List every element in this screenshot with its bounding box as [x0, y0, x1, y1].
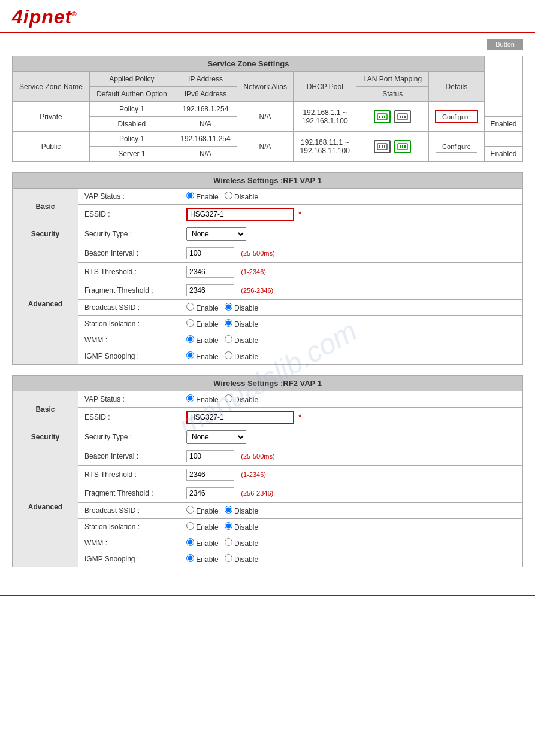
public-ip: 192.168.11.254 [174, 132, 237, 147]
rf1-broadcast-disable-label[interactable]: Disable [225, 304, 258, 312]
public-configure[interactable]: Configure [428, 132, 484, 162]
svg-rect-14 [402, 145, 403, 148]
rf1-rts-field: (1-2346) [180, 263, 523, 281]
rf1-broadcast-disable-radio[interactable] [225, 303, 232, 311]
rf1-broadcast-enable-label[interactable]: Enable [186, 304, 220, 312]
rf2-igmp-field: Enable Disable [180, 551, 523, 567]
private-ipv6: N/A [174, 117, 237, 132]
rf2-fragment-input[interactable] [186, 487, 234, 499]
rf1-essid-input[interactable] [186, 208, 294, 221]
rf1-igmp-disable-radio[interactable] [225, 351, 232, 359]
rf2-rts-input[interactable] [186, 469, 234, 481]
rf1-vap-disable-radio-label[interactable]: Disable [225, 193, 258, 201]
rf1-fragment-field: (256-2346) [180, 281, 523, 300]
rf2-wmm-enable-label[interactable]: Enable [186, 539, 220, 548]
rf1-security-type-label: Security Type : [78, 224, 180, 244]
rf2-vap-enable-radio[interactable] [186, 394, 194, 402]
rf1-beacon-label: Beacon Interval : [78, 244, 180, 263]
svg-rect-11 [384, 145, 385, 148]
rf1-wmm-enable-radio[interactable] [186, 335, 194, 343]
rf1-rts-input[interactable] [186, 266, 234, 278]
public-alias: N/A [237, 132, 294, 162]
private-dhcp: 192.168.1.1 ~ 192.168.1.100 [294, 102, 356, 132]
rf2-broadcast-ssid-label: Broadcast SSID : [78, 503, 180, 519]
rf2-broadcast-enable-radio[interactable] [186, 506, 194, 514]
rf1-igmp-label: IGMP Snooping : [78, 348, 180, 365]
rf1-security-type-select[interactable]: None [186, 227, 246, 241]
rf1-station-enable-label[interactable]: Enable [186, 320, 220, 329]
rf1-security-type-field: None [180, 224, 523, 244]
rf1-igmp-enable-label[interactable]: Enable [186, 353, 220, 361]
rf1-vap-disable-radio[interactable] [225, 192, 232, 199]
rf2-vap-disable-radio[interactable] [225, 394, 232, 402]
private-configure-button[interactable]: Configure [435, 110, 478, 123]
logo-registered: ® [72, 11, 77, 17]
svg-rect-2 [382, 116, 383, 118]
private-alias: N/A [237, 102, 294, 132]
rf1-essid-star: * [298, 210, 301, 218]
rf1-station-disable-radio[interactable] [225, 319, 232, 327]
rf2-rts-label: RTS Threshold : [78, 466, 180, 484]
rf2-broadcast-disable-radio[interactable] [225, 506, 232, 514]
rf2-station-enable-label[interactable]: Enable [186, 523, 220, 532]
rf2-station-disable-label[interactable]: Disable [225, 523, 258, 532]
rf2-security-type-field: None [180, 427, 523, 447]
rf2-security-type-select[interactable]: None [186, 430, 246, 444]
service-zone-title: Service Zone Settings [13, 56, 485, 72]
public-port-icons [356, 132, 429, 162]
svg-rect-5 [400, 116, 401, 118]
rf1-vap-enable-radio[interactable] [186, 192, 194, 199]
rf1-title: Wireless Settings :RF1 VAP 1 [13, 173, 523, 189]
rf1-igmp-disable-label[interactable]: Disable [225, 353, 258, 361]
rf2-station-enable-radio[interactable] [186, 522, 194, 530]
rf2-broadcast-enable-label[interactable]: Enable [186, 507, 220, 515]
rf1-broadcast-enable-radio[interactable] [186, 303, 194, 311]
rf2-igmp-enable-label[interactable]: Enable [186, 555, 220, 564]
rf1-wmm-enable-label[interactable]: Enable [186, 336, 220, 345]
svg-rect-15 [404, 145, 406, 148]
public-ipv6: N/A [174, 147, 237, 162]
rf1-igmp-enable-radio[interactable] [186, 351, 194, 359]
rf2-beacon-field: (25-500ms) [180, 447, 523, 466]
rf2-beacon-input[interactable] [186, 450, 234, 462]
rf1-beacon-field: (25-500ms) [180, 244, 523, 263]
rf1-vap-status-field: Enable Disable [180, 189, 523, 205]
rf2-rts-hint: (1-2346) [241, 471, 266, 478]
rf2-essid-input[interactable] [186, 411, 294, 424]
rf1-station-enable-radio[interactable] [186, 319, 194, 327]
rf2-vap-enable-radio-label[interactable]: Enable [186, 396, 220, 404]
rf2-wmm-label: WMM : [78, 535, 180, 551]
rf1-vap-enable-radio-label[interactable]: Enable [186, 193, 220, 201]
rf2-wmm-disable-radio[interactable] [225, 538, 232, 546]
rf1-station-disable-label[interactable]: Disable [225, 320, 258, 329]
rf2-beacon-hint: (25-500ms) [241, 453, 274, 460]
rf2-vap-disable-radio-label[interactable]: Disable [225, 396, 258, 404]
rf2-broadcast-disable-label[interactable]: Disable [225, 507, 258, 515]
rf1-essid-field: * [180, 205, 523, 224]
col-service-zone-name: Service Zone Name [13, 72, 90, 102]
col-ip-address: IP Address [174, 72, 237, 87]
rf2-igmp-enable-radio[interactable] [186, 554, 194, 562]
rf2-enable-label: Enable [196, 396, 218, 404]
rf2-wmm-enable-radio[interactable] [186, 538, 194, 546]
private-port1-icon [374, 110, 391, 123]
rf1-disable-label: Disable [234, 193, 258, 201]
rf2-fragment-hint: (256-2346) [241, 490, 273, 497]
public-port1-icon [374, 140, 391, 153]
public-configure-button[interactable]: Configure [436, 141, 477, 153]
svg-rect-1 [379, 116, 380, 118]
rf1-beacon-hint: (25-500ms) [241, 250, 274, 257]
rf2-igmp-disable-radio[interactable] [225, 554, 232, 562]
rf2-station-disable-radio[interactable] [225, 522, 232, 530]
rf1-igmp-field: Enable Disable [180, 348, 523, 365]
top-button[interactable]: Button [487, 39, 523, 50]
rf1-wmm-disable-radio[interactable] [225, 335, 232, 343]
rf2-wmm-disable-label[interactable]: Disable [225, 539, 258, 548]
private-configure[interactable]: Configure [428, 102, 484, 132]
rf1-basic-label: Basic [13, 189, 78, 224]
rf1-wmm-disable-label[interactable]: Disable [225, 336, 258, 345]
rf1-beacon-input[interactable] [186, 247, 234, 259]
rf2-igmp-disable-label[interactable]: Disable [225, 555, 258, 564]
rf1-enable-label: Enable [196, 193, 218, 201]
rf1-fragment-input[interactable] [186, 284, 234, 296]
